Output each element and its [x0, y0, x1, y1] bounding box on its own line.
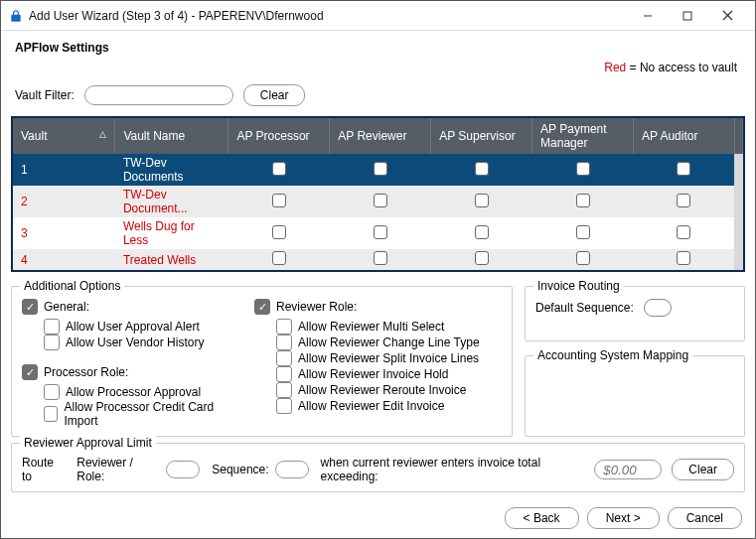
- cell-vault-id: 4: [13, 249, 115, 270]
- grid-checkbox[interactable]: [677, 225, 690, 239]
- cell-checkbox: [532, 186, 634, 217]
- cell-checkbox: [633, 217, 734, 249]
- back-button[interactable]: < Back: [505, 507, 579, 529]
- cell-vault-name: TW-Dev Documents: [115, 154, 228, 186]
- grid-checkbox[interactable]: [475, 162, 489, 176]
- general-option-checkbox[interactable]: [44, 319, 60, 335]
- grid-checkbox[interactable]: [475, 225, 489, 239]
- processor-option[interactable]: Allow Processor Credit Card Import: [44, 400, 230, 428]
- col-ap-auditor[interactable]: AP Auditor: [633, 118, 734, 154]
- reviewer-role-input[interactable]: [166, 461, 200, 478]
- col-ap-supervisor[interactable]: AP Supervisor: [431, 118, 532, 154]
- default-sequence-input[interactable]: [644, 299, 672, 317]
- general-checkbox[interactable]: [22, 299, 38, 315]
- processor-option-label: Allow Processor Credit Card Import: [64, 400, 230, 428]
- reviewer-option[interactable]: Allow Reviewer Edit Invoice: [276, 398, 480, 414]
- processor-header[interactable]: Processor Role:: [22, 364, 230, 380]
- reviewer-option-checkbox[interactable]: [276, 335, 292, 350]
- grid-checkbox[interactable]: [576, 225, 590, 239]
- reviewer-option-checkbox[interactable]: [276, 382, 292, 398]
- col-vault-name[interactable]: Vault Name: [115, 118, 228, 154]
- processor-option[interactable]: Allow Processor Approval: [44, 384, 230, 400]
- grid-checkbox[interactable]: [272, 194, 286, 207]
- grid-checkbox[interactable]: [677, 194, 690, 207]
- approval-clear-button[interactable]: Clear: [672, 459, 734, 480]
- reviewer-header[interactable]: Reviewer Role:: [254, 299, 480, 315]
- cell-checkbox: [330, 186, 431, 217]
- col-ap-processor[interactable]: AP Processor: [228, 118, 330, 154]
- grid-checkbox[interactable]: [272, 251, 286, 265]
- reviewer-option[interactable]: Allow Reviewer Split Invoice Lines: [276, 350, 480, 366]
- grid-checkbox[interactable]: [374, 225, 387, 239]
- reviewer-option[interactable]: Allow Reviewer Multi Select: [276, 319, 480, 335]
- reviewer-option[interactable]: Allow Reviewer Change Line Type: [276, 335, 480, 350]
- table-row[interactable]: 2TW-Dev Document...: [13, 186, 743, 217]
- processor-option-checkbox[interactable]: [44, 406, 58, 422]
- grid-checkbox[interactable]: [374, 194, 387, 207]
- grid-header-row: Vault△ Vault Name AP Processor AP Review…: [13, 118, 743, 154]
- cell-checkbox: [633, 154, 734, 186]
- grid-checkbox[interactable]: [576, 194, 590, 207]
- col-vault[interactable]: Vault△: [13, 118, 115, 154]
- reviewer-checkbox[interactable]: [254, 299, 270, 315]
- cell-checkbox: [330, 249, 431, 270]
- minimize-button[interactable]: [628, 1, 668, 31]
- grid-checkbox[interactable]: [475, 194, 489, 207]
- general-option[interactable]: Allow User Approval Alert: [44, 319, 230, 335]
- grid-checkbox[interactable]: [374, 251, 387, 265]
- processor-checkbox[interactable]: [22, 364, 38, 380]
- reviewer-option-checkbox[interactable]: [276, 398, 292, 414]
- grid-checkbox[interactable]: [272, 225, 286, 239]
- sort-asc-icon: △: [99, 129, 106, 139]
- cell-checkbox: [431, 186, 532, 217]
- reviewer-option-checkbox[interactable]: [276, 319, 292, 335]
- col-ap-reviewer[interactable]: AP Reviewer: [330, 118, 431, 154]
- general-option[interactable]: Allow User Vendor History: [44, 335, 230, 350]
- route-to-label: Route to: [22, 456, 65, 483]
- grid-checkbox[interactable]: [272, 162, 286, 176]
- reviewer-option-checkbox[interactable]: [276, 366, 292, 382]
- grid-checkbox[interactable]: [677, 251, 690, 265]
- processor-option-checkbox[interactable]: [44, 384, 60, 400]
- table-row[interactable]: 1TW-Dev Documents: [13, 154, 743, 186]
- grid-checkbox[interactable]: [677, 162, 690, 176]
- cell-vault-id: 2: [13, 186, 115, 217]
- next-button[interactable]: Next >: [587, 507, 660, 529]
- table-row[interactable]: 3Wells Dug for Less: [13, 217, 743, 249]
- cell-checkbox: [431, 249, 532, 270]
- processor-label: Processor Role:: [44, 365, 128, 379]
- grid-checkbox[interactable]: [576, 162, 590, 176]
- exceeding-amount-input[interactable]: [594, 460, 662, 479]
- general-option-checkbox[interactable]: [44, 335, 60, 350]
- cell-vault-name: Treated Wells: [115, 249, 228, 270]
- reviewer-option[interactable]: Allow Reviewer Invoice Hold: [276, 366, 480, 382]
- vault-filter-input[interactable]: [84, 85, 233, 105]
- close-button[interactable]: [707, 1, 747, 31]
- reviewer-option-label: Allow Reviewer Multi Select: [298, 320, 444, 334]
- cell-vault-name: TW-Dev Document...: [115, 186, 228, 217]
- vault-filter-row: Vault Filter: Clear: [1, 80, 755, 116]
- general-header[interactable]: General:: [22, 299, 230, 315]
- maximize-button[interactable]: [668, 1, 707, 31]
- additional-options-legend: Additional Options: [20, 279, 124, 293]
- red-legend-word: Red: [604, 61, 626, 74]
- svg-rect-1: [683, 12, 691, 20]
- vault-filter-clear-button[interactable]: Clear: [243, 84, 306, 106]
- grid-checkbox[interactable]: [374, 162, 387, 176]
- cell-checkbox: [228, 154, 330, 186]
- general-option-label: Allow User Vendor History: [66, 336, 204, 349]
- sequence-input[interactable]: [275, 461, 309, 478]
- vault-grid: Vault△ Vault Name AP Processor AP Review…: [11, 116, 745, 272]
- general-label: General:: [44, 300, 89, 314]
- cell-checkbox: [633, 186, 734, 217]
- vault-filter-label: Vault Filter:: [15, 88, 75, 102]
- cancel-button[interactable]: Cancel: [668, 507, 742, 529]
- grid-checkbox[interactable]: [576, 251, 590, 265]
- reviewer-role-label: Reviewer / Role:: [76, 456, 160, 483]
- table-row[interactable]: 4Treated Wells: [13, 249, 743, 270]
- additional-options-group: Additional Options General: Allow User A…: [11, 286, 513, 437]
- grid-checkbox[interactable]: [475, 251, 489, 265]
- col-ap-payment-manager[interactable]: AP Payment Manager: [532, 118, 634, 154]
- reviewer-option-checkbox[interactable]: [276, 350, 292, 366]
- reviewer-option[interactable]: Allow Reviewer Reroute Invoice: [276, 382, 480, 398]
